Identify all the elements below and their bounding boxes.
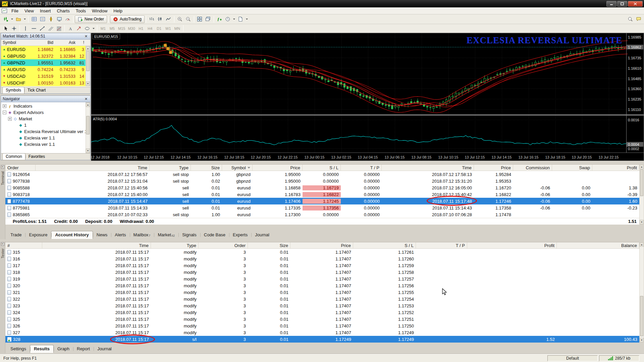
market-watch-row[interactable]: ▼USDCAD1.315191.3153314 <box>1 73 90 79</box>
terminal-tab-code-base[interactable]: Code Base <box>200 231 229 239</box>
column-header-order[interactable]: Order <box>5 165 36 171</box>
new-chart-button[interactable] <box>1 15 10 23</box>
column-header-time[interactable]: Time <box>42 242 151 248</box>
column-header-s-l[interactable]: S / L <box>303 165 341 171</box>
navigator-tab-favorites[interactable]: Favorites <box>25 154 48 160</box>
navigator-item-exclesia-ver-1-1[interactable]: ◆Exclesia ver 1.1 <box>1 135 90 141</box>
market-watch-column-header[interactable]: Ask <box>55 40 77 45</box>
terminal-row[interactable]: 91260542018.07.12 17:56:57sell stop1.00g… <box>5 171 639 178</box>
menu-file[interactable]: File <box>8 8 21 14</box>
scroll-down-icon[interactable]: ▼ <box>86 81 90 86</box>
collapse-minus-icon[interactable]: − <box>3 111 6 114</box>
tester-row[interactable]: 3272018.07.11 15:17modify30.011.174071.1… <box>5 329 639 336</box>
new-order-button[interactable]: New Order <box>75 15 107 23</box>
scroll-thumb[interactable] <box>86 51 90 71</box>
column-header-t-p[interactable]: T / P <box>416 242 467 248</box>
status-profile[interactable]: Default <box>547 355 598 361</box>
timeframe-m1-button[interactable]: M1 <box>99 25 108 32</box>
tester-row[interactable]: 3212018.07.11 15:17modify30.011.174071.1… <box>5 289 639 296</box>
trendline-tool[interactable] <box>38 24 46 32</box>
periods-button[interactable] <box>224 15 232 23</box>
scroll-down-icon[interactable]: ▼ <box>86 148 90 153</box>
close-button[interactable] <box>628 1 643 7</box>
navigator-item-1[interactable]: ◆1 <box>1 122 90 128</box>
scroll-up-icon[interactable]: ▲ <box>86 46 90 51</box>
chart-area[interactable]: 12 Jul 201812 Jul 10:1512 Jul 12:1512 Ju… <box>91 33 644 161</box>
column-header-balance[interactable]: Balance <box>557 242 639 248</box>
community-button[interactable] <box>634 15 643 23</box>
maximize-button[interactable] <box>617 1 627 7</box>
terminal-tab-news[interactable]: News <box>93 231 111 239</box>
scroll-down-icon[interactable]: ▼ <box>640 338 644 342</box>
column-header-time[interactable]: Time <box>36 165 150 171</box>
column-header-commission[interactable]: Commission <box>513 165 552 171</box>
terminal-tab-journal[interactable]: Journal <box>251 231 273 239</box>
column-header-type[interactable]: Type <box>150 165 191 171</box>
tester-tab-results[interactable]: Results <box>30 345 54 353</box>
terminal-row[interactable]: 90778382018.07.12 15:31:04sell stop0.02g… <box>5 178 639 184</box>
cascade-windows-button[interactable] <box>204 15 212 23</box>
price-chart[interactable]: 12 Jul 201812 Jul 10:1512 Jul 12:1512 Ju… <box>91 33 644 161</box>
timeframe-m30-button[interactable]: M30 <box>126 25 136 32</box>
tester-row[interactable]: 3222018.07.11 15:17modify30.011.174071.1… <box>5 296 639 302</box>
column-header-size[interactable]: Size <box>248 242 290 248</box>
column-header-s-l[interactable]: S / L <box>353 242 416 248</box>
templates-dropdown[interactable] <box>245 15 249 23</box>
vertical-line-tool[interactable] <box>21 24 30 32</box>
fibonacci-tool[interactable] <box>55 24 63 32</box>
column-header-swap[interactable]: Swap <box>552 165 592 171</box>
timeframe-m15-button[interactable]: M15 <box>117 25 126 32</box>
terminal-tab-market[interactable]: Market42 <box>154 231 178 239</box>
market-watch-column-header[interactable]: ! <box>77 40 86 45</box>
navigator-item-market[interactable]: +◇Market <box>1 116 90 122</box>
market-watch-row[interactable]: ▲AUDUSD0.742240.742339 <box>1 66 90 73</box>
tester-row[interactable]: 3232018.07.11 15:17modify30.011.174071.1… <box>5 302 639 309</box>
navigator-close-icon[interactable]: ✕ <box>84 97 89 101</box>
market-watch-close-icon[interactable]: ✕ <box>84 34 89 39</box>
terminal-tab-alerts[interactable]: Alerts <box>111 231 129 239</box>
market-watch-row[interactable]: ▼USDCHF1.001501.0016313 <box>1 79 90 86</box>
menu-window[interactable]: Window <box>89 8 110 14</box>
tester-row[interactable]: 3182018.07.11 15:17modify30.011.174071.1… <box>5 269 639 276</box>
templates-button[interactable] <box>236 15 245 23</box>
crosshair-tool-button[interactable] <box>10 24 18 32</box>
child-window-icon[interactable] <box>2 8 7 13</box>
timeframe-mn-button[interactable]: MN <box>173 25 182 32</box>
bar-chart-button[interactable] <box>148 15 156 23</box>
navigator-item-exclesia-ver-1-1[interactable]: ◆Exclesia ver 1.1 <box>1 141 90 147</box>
navigator-tab-common[interactable]: Common <box>2 153 25 160</box>
terminal-tab-account-history[interactable]: Account History <box>51 231 93 239</box>
column-header-price[interactable]: Price <box>290 242 353 248</box>
market-watch-column-header[interactable]: Symbol <box>1 40 33 45</box>
cursor-tool-button[interactable] <box>1 24 10 32</box>
data-window-toggle[interactable] <box>38 15 47 23</box>
shapes-tool[interactable] <box>83 24 91 32</box>
market-watch-row[interactable]: ▲EURUSD1.168621.168653 <box>1 46 90 53</box>
scroll-up-icon[interactable]: ▲ <box>640 165 644 169</box>
timeframe-h4-button[interactable]: H4 <box>146 25 155 32</box>
column-header-type[interactable]: Type <box>151 242 199 248</box>
navigator-toggle[interactable] <box>47 15 55 23</box>
tester-tab-journal[interactable]: Journal <box>94 345 115 353</box>
navigator-item-indicators[interactable]: +ƒIndicators <box>1 103 90 109</box>
tester-tab-settings[interactable]: Settings <box>7 345 30 353</box>
horizontal-line-tool[interactable] <box>30 24 38 32</box>
navigator-scrollbar[interactable]: ▲ ▼ <box>86 102 90 153</box>
terminal-tab-exposure[interactable]: Exposure <box>25 231 51 239</box>
indicators-button[interactable]: ƒ <box>215 15 224 23</box>
tester-row[interactable]: 3192018.07.11 15:17modify30.011.174071.1… <box>5 276 639 282</box>
column-header-size[interactable]: Size <box>191 165 222 171</box>
tester-scrollbar[interactable]: ▲ ▼ <box>639 242 644 343</box>
terminal-tab-trade[interactable]: Trade <box>7 231 25 239</box>
terminal-row[interactable]: 87774782018.07.11 15:14:47sell0.01eurusd… <box>5 198 639 204</box>
expand-plus-icon[interactable]: + <box>8 117 12 121</box>
terminal-close-icon[interactable]: ✕ <box>1 165 4 169</box>
expand-plus-icon[interactable]: + <box>3 104 6 108</box>
terminal-tab-experts[interactable]: Experts <box>229 231 251 239</box>
timeframe-w1-button[interactable]: W1 <box>164 25 173 32</box>
market-watch-row[interactable]: ▲GBPNZD1.955511.9563281 <box>1 59 90 66</box>
timeframe-m5-button[interactable]: M5 <box>108 25 117 32</box>
tester-row[interactable]: 3282018.07.11 15:17s/l30.011.172491.1724… <box>5 336 639 343</box>
column-header--[interactable]: # <box>5 242 42 248</box>
terminal-row[interactable]: 83658652018.07.10 07:02:33sell stop1.00e… <box>5 211 639 218</box>
